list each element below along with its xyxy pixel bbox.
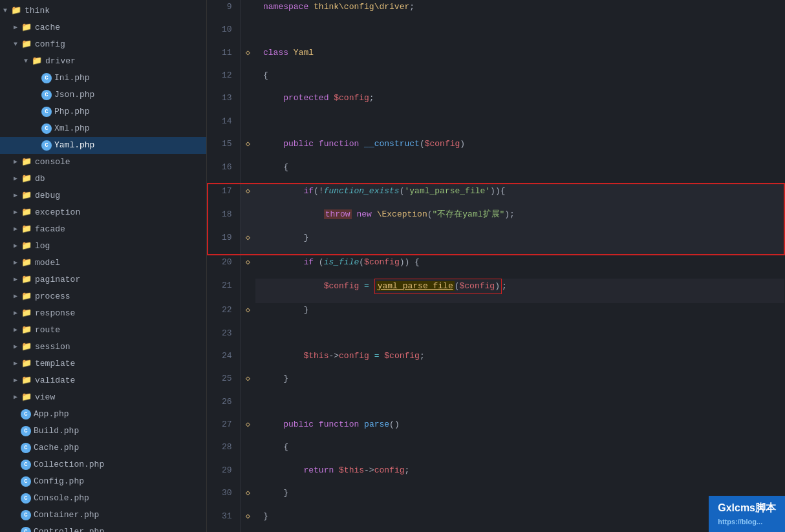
folder-icon: 📁 <box>21 155 32 169</box>
tree-item-Collection.php[interactable]: CCollection.php <box>0 456 206 473</box>
code-content: protected $config; <box>255 91 784 114</box>
php-file-icon: C <box>41 107 52 117</box>
tree-item-route[interactable]: ▶📁route <box>0 322 206 339</box>
line-number: 26 <box>208 395 240 418</box>
tree-item-debug[interactable]: ▶📁debug <box>0 187 206 204</box>
tree-item-Cache.php[interactable]: CCache.php <box>0 440 206 456</box>
line-number: 31 <box>208 509 240 532</box>
php-file-icon: C <box>21 527 31 532</box>
php-file-icon: C <box>41 73 52 83</box>
tree-label: validate <box>35 374 75 388</box>
tree-label: Json.php <box>54 88 94 102</box>
code-content: if (is_file($config)) { <box>255 255 784 279</box>
code-content: $this->config = $config; <box>255 349 784 372</box>
code-table: 9namespace think\config\driver;10 11◇cla… <box>207 0 785 532</box>
code-line-12: 12{ <box>208 69 784 91</box>
gutter-symbol: ◇ <box>240 46 255 69</box>
tree-item-Json.php[interactable]: CJson.php <box>0 87 206 103</box>
folder-arrow-icon: ▶ <box>10 206 21 220</box>
gutter-symbol <box>240 160 255 184</box>
tree-item-model[interactable]: ▶📁model <box>0 255 206 271</box>
folder-icon: 📁 <box>21 306 32 321</box>
tree-item-Controller.php[interactable]: CController.php <box>0 524 206 532</box>
tree-item-Container.php[interactable]: CContainer.php <box>0 507 206 524</box>
tree-item-view[interactable]: ▶📁view <box>0 389 206 406</box>
folder-icon: 📁 <box>21 390 32 405</box>
tree-item-config[interactable]: ▼📁config <box>0 36 206 53</box>
code-line-26: 26 <box>208 395 784 418</box>
file-tree[interactable]: ▼📁think▶📁cache▼📁config▼📁driverCIni.phpCJ… <box>0 0 207 532</box>
code-line-29: 29 return $this->config; <box>208 463 784 486</box>
tree-item-template[interactable]: ▶📁template <box>0 356 206 372</box>
tree-item-facade[interactable]: ▶📁facade <box>0 221 206 238</box>
php-file-icon: C <box>41 90 52 100</box>
gutter-symbol <box>240 440 255 463</box>
tree-item-validate[interactable]: ▶📁validate <box>0 372 206 389</box>
gutter-symbol: ◇ <box>240 184 255 207</box>
code-line-17: 17◇ if(!function_exists('yaml_parse_file… <box>208 184 784 207</box>
tree-item-Ini.php[interactable]: CIni.php <box>0 70 206 87</box>
watermark-brand: Gxlcms脚本 <box>718 502 776 513</box>
tree-item-Php.php[interactable]: CPhp.php <box>0 103 206 120</box>
gutter-symbol <box>240 69 255 91</box>
tree-item-App.php[interactable]: CApp.php <box>0 406 206 423</box>
tree-label: config <box>35 37 65 52</box>
watermark-url: https://blog... <box>718 517 776 527</box>
folder-arrow-icon: ▼ <box>21 54 31 69</box>
line-number: 28 <box>208 440 240 463</box>
line-number: 25 <box>208 372 240 394</box>
tree-item-Config.php[interactable]: CConfig.php <box>0 473 206 490</box>
folder-arrow-icon: ▶ <box>10 172 21 186</box>
line-number: 27 <box>208 418 240 440</box>
tree-item-driver[interactable]: ▼📁driver <box>0 53 206 70</box>
code-content: $config = yaml_parse_file($config); <box>255 279 784 304</box>
tree-item-Build.php[interactable]: CBuild.php <box>0 423 206 440</box>
gutter-symbol <box>240 207 255 230</box>
folder-icon: 📁 <box>10 4 22 18</box>
code-content: if(!function_exists('yaml_parse_file')){ <box>255 184 784 207</box>
tree-label: Php.php <box>54 105 90 119</box>
line-number: 18 <box>208 207 240 230</box>
tree-label: Xml.php <box>54 122 90 136</box>
gutter-symbol <box>240 114 255 137</box>
tree-item-console[interactable]: ▶📁console <box>0 154 206 171</box>
tree-item-process[interactable]: ▶📁process <box>0 288 206 305</box>
code-line-18: 18 throw new \Exception("不存在yaml扩展"); <box>208 207 784 230</box>
tree-item-think[interactable]: ▼📁think <box>0 3 206 19</box>
tree-label: model <box>35 256 60 270</box>
tree-item-Yaml.php[interactable]: CYaml.php <box>0 137 206 154</box>
folder-arrow-icon: ▶ <box>10 306 21 321</box>
gutter-symbol <box>240 349 255 372</box>
folder-arrow-icon: ▶ <box>10 290 21 304</box>
code-line-13: 13 protected $config; <box>208 91 784 114</box>
tree-item-db[interactable]: ▶📁db <box>0 171 206 187</box>
tree-item-Xml.php[interactable]: CXml.php <box>0 120 206 137</box>
folder-arrow-icon: ▼ <box>0 4 10 18</box>
code-line-25: 25◇ } <box>208 372 784 394</box>
tree-item-paginator[interactable]: ▶📁paginator <box>0 271 206 288</box>
line-number: 30 <box>208 486 240 509</box>
code-content: } <box>255 509 784 532</box>
folder-arrow-icon: ▶ <box>10 222 21 237</box>
folder-icon: 📁 <box>21 21 32 35</box>
tree-label: process <box>35 290 70 304</box>
tree-label: db <box>35 172 45 186</box>
gutter-symbol: ◇ <box>240 137 255 160</box>
line-number: 29 <box>208 463 240 486</box>
code-content <box>255 23 784 45</box>
tree-label: Cache.php <box>34 441 79 455</box>
tree-item-Console.php[interactable]: CConsole.php <box>0 490 206 507</box>
tree-item-exception[interactable]: ▶📁exception <box>0 204 206 221</box>
tree-item-session[interactable]: ▶📁session <box>0 339 206 356</box>
code-line-15: 15◇ public function __construct($config) <box>208 137 784 160</box>
gutter-symbol <box>240 326 255 349</box>
folder-arrow-icon: ▶ <box>10 256 21 270</box>
tree-item-cache[interactable]: ▶📁cache <box>0 19 206 36</box>
folder-arrow-icon: ▶ <box>10 357 21 371</box>
tree-item-log[interactable]: ▶📁log <box>0 238 206 255</box>
folder-arrow-icon: ▼ <box>10 37 21 52</box>
line-number: 20 <box>208 255 240 279</box>
tree-item-response[interactable]: ▶📁response <box>0 305 206 322</box>
folder-arrow-icon: ▶ <box>10 21 21 35</box>
line-number: 12 <box>208 69 240 91</box>
